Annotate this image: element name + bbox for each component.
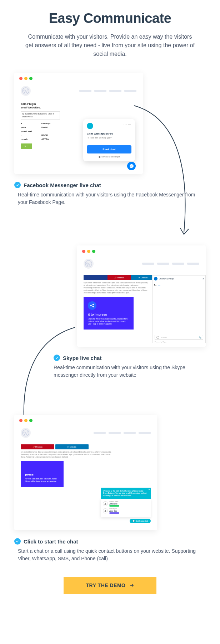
more-icon[interactable]: ⋯	[158, 284, 160, 286]
attach-icon[interactable]: 📎	[199, 336, 201, 339]
feature-description: Real-time communication with your visito…	[18, 191, 206, 206]
maximize-dot	[29, 77, 32, 80]
get-connected-button[interactable]: 💬 Get Connected	[130, 519, 151, 523]
feature-description: Start a chat or a call using the quick c…	[18, 547, 206, 562]
contact-chat-widget[interactable]: Welcome to the click-2-chat function of …	[101, 488, 151, 523]
window-controls	[14, 73, 143, 84]
check-icon	[54, 355, 60, 361]
try-demo-button[interactable]: TRY THE DEMO	[64, 577, 156, 594]
whatsapp-bar	[109, 505, 119, 507]
chat-avatar-icon	[87, 123, 93, 129]
promo-desc: rdPress adds beautiful, e buttons, socia…	[25, 478, 59, 483]
hero-subtitle: sy Social Share Buttons to ures in WordP…	[21, 111, 60, 120]
skype-contact-name: Creoworx Develop	[159, 278, 174, 280]
wordpress-icon	[21, 428, 31, 438]
minimize-dot	[24, 77, 28, 80]
share-icon	[88, 301, 96, 310]
agent-row[interactable]: Support Agent John Doe	[103, 501, 149, 507]
facebook-tab[interactable]	[84, 275, 108, 280]
person-icon	[103, 501, 108, 506]
promo-title: press	[25, 473, 59, 476]
promo-box: it to Impress uttons for WordPress adds …	[84, 297, 134, 330]
linkedin-tab[interactable]: in LinkedIn	[55, 444, 89, 449]
promo-desc: uttons for WordPress adds beautiful, t s…	[88, 318, 129, 325]
page-subtitle: Communicate with your visitors. Provide …	[24, 33, 196, 58]
messenger-fab-icon[interactable]	[127, 162, 136, 170]
skype-avatar-icon	[154, 277, 158, 280]
feature-description: Real-time communication with your visito…	[54, 364, 206, 379]
body-text: um porta id ac turpis. Sed consequat nib…	[21, 451, 151, 458]
chat-input[interactable]: pe to chat... 📎	[155, 335, 203, 340]
close-dot	[19, 77, 22, 80]
agent-name: John Doe	[109, 503, 119, 505]
chat-menu-icon[interactable]: ··· —	[124, 123, 131, 126]
contact-banner: Welcome to the click-2-chat function of …	[101, 488, 151, 499]
linkedin-tab[interactable]: in LinkedIn	[131, 275, 155, 280]
skype-powered: Powered by Skype	[155, 341, 166, 343]
page-title: Easy Communicate	[14, 11, 206, 26]
wordpress-icon	[84, 259, 94, 269]
start-chat-button[interactable]: Start chat	[87, 145, 131, 153]
check-icon	[14, 182, 21, 188]
agent-row[interactable]: Sales Agent Jane Doe	[103, 508, 149, 514]
window-controls	[77, 245, 206, 257]
promo-box: press rdPress adds beautiful, e buttons,…	[21, 461, 64, 487]
nav-placeholder	[124, 90, 136, 92]
person-icon	[103, 508, 108, 513]
chat-title: Chat with appscreo	[87, 132, 131, 135]
promo-title: it to Impress	[88, 313, 129, 316]
powered-by: ⬤ Powered by Messenger	[87, 156, 131, 158]
svg-point-7	[105, 510, 106, 511]
messenger-chat-widget[interactable]: ··· — Chat with appscreo Hi! How can we …	[83, 119, 135, 161]
screenshot-card-contact: 📌 Pinterest in LinkedIn um porta id ac t…	[14, 415, 157, 530]
skype-chat-widget[interactable]: Creoworx Develop ✕ 📞 ⋯ pe to chat... 📎 P…	[152, 275, 206, 343]
feature-title: Skype live chat	[63, 355, 101, 361]
close-icon[interactable]: ✕	[202, 278, 204, 280]
pinterest-tab[interactable]: 📌 Pinterest	[108, 275, 131, 280]
nav-placeholder	[109, 90, 121, 92]
hero-title: edia Plugin ered Websites.	[21, 102, 60, 110]
pinterest-tab[interactable]: 📌 Pinterest	[21, 444, 54, 449]
agent-name: Jane Doe	[109, 510, 119, 512]
check-icon	[14, 538, 21, 545]
cta-button[interactable]: w →	[21, 143, 32, 149]
feature-title: Click to start the chat	[24, 538, 78, 545]
screenshot-card-skype: 📌 Pinterest in LinkedIn eget lectus ferm…	[77, 245, 206, 347]
nav-placeholder	[79, 90, 91, 92]
chat-greeting: Hi! How can we help you?	[87, 137, 131, 139]
client-logos: aOverOps pstin[illegible] purceLevel ::B…	[21, 122, 60, 141]
viber-bar	[109, 512, 119, 514]
emoji-icon[interactable]	[156, 336, 159, 339]
screenshot-card-messenger: edia Plugin ered Websites. sy Social Sha…	[14, 73, 143, 174]
svg-point-6	[105, 503, 106, 504]
call-icon[interactable]: 📞	[154, 284, 156, 286]
close-icon[interactable]: ×	[148, 488, 150, 491]
feature-title: Facebook Messenger live chat	[24, 182, 101, 188]
nav-placeholder	[94, 90, 106, 92]
wordpress-icon	[21, 86, 31, 96]
